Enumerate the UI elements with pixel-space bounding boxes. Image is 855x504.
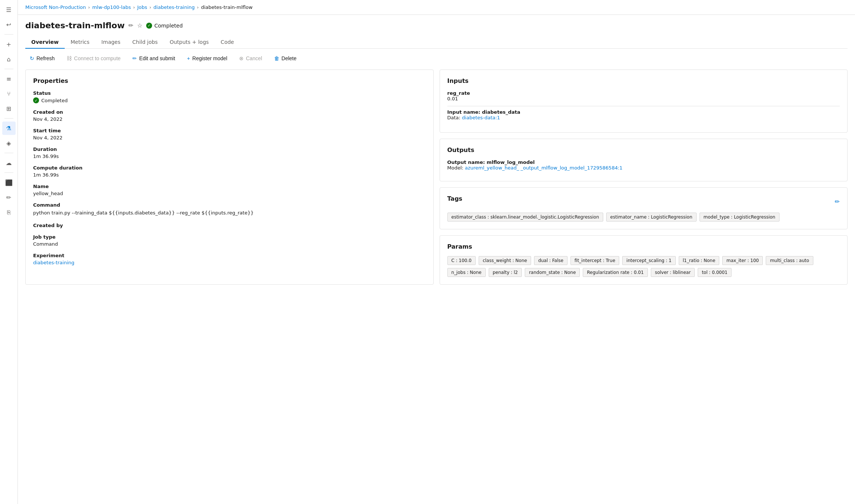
outputs-title: Outputs	[447, 146, 840, 154]
register-icon: +	[187, 55, 190, 61]
input-reg-rate-label: reg_rate	[447, 90, 840, 96]
breadcrumb-sep-1: ›	[88, 5, 90, 10]
experiment-icon[interactable]: ⚗	[2, 122, 16, 135]
prop-start-time: Start time Nov 4, 2022	[33, 128, 426, 140]
toolbar: ↻ Refresh ⛓ Connect to compute ✏ Edit an…	[25, 53, 848, 64]
prop-status-icon: ✓	[33, 97, 39, 103]
jobs-icon[interactable]: ≡	[2, 72, 16, 85]
sidebar: ☰ ↩ + ⌂ ≡ ⑂ ⊞ ⚗ ◈ ☁ ⬛ ✏ ⎘	[0, 0, 18, 504]
delete-icon: 🗑	[274, 55, 279, 61]
prop-created-value: Nov 4, 2022	[33, 116, 426, 122]
input-data-row: Data: diabetes-data:1	[447, 115, 840, 120]
param-chip-2: dual : False	[534, 256, 568, 265]
edit-submit-icon: ✏	[132, 55, 137, 61]
breadcrumb: Microsoft Non-Production › mlw-dp100-lab…	[25, 4, 253, 10]
content-grid: Properties Status ✓ Completed Created on…	[25, 70, 848, 285]
main-content: Microsoft Non-Production › mlw-dp100-lab…	[18, 0, 855, 504]
prop-status-value: ✓ Completed	[33, 97, 426, 103]
tag-chip-2: model_type : LogisticRegression	[700, 213, 780, 222]
refresh-button[interactable]: ↻ Refresh	[25, 53, 59, 64]
register-model-button[interactable]: + Register model	[183, 53, 232, 64]
output-icon[interactable]: ⎘	[2, 206, 16, 219]
output-model-row: Model: azureml_yellow_head_ _output_mlfl…	[447, 165, 840, 171]
properties-title: Properties	[33, 77, 426, 84]
back-icon[interactable]: ↩	[2, 18, 16, 31]
prop-duration-value: 1m 36.99s	[33, 154, 426, 159]
prop-created-by-label: Created by	[33, 223, 426, 228]
tag-chips: estimator_class : sklearn.linear_model._…	[447, 213, 840, 222]
delete-label: Delete	[282, 55, 296, 61]
properties-card: Properties Status ✓ Completed Created on…	[25, 70, 434, 285]
tag-chip-1: estimator_name : LogisticRegression	[606, 213, 697, 222]
create-icon[interactable]: +	[2, 38, 16, 51]
prop-name-value: yellow_head	[33, 191, 426, 196]
prop-status: Status ✓ Completed	[33, 90, 426, 103]
param-chip-9: penalty : l2	[489, 268, 522, 277]
deploy-icon[interactable]: ◈	[2, 136, 16, 150]
output-model-link2[interactable]: _output_mlflow_log_model_1729586584:1	[521, 165, 623, 171]
prop-experiment-value[interactable]: diabetes-training	[33, 260, 426, 265]
param-chip-13: tol : 0.0001	[698, 268, 732, 277]
input-diabetes-data: Input name: diabetes_data Data: diabetes…	[447, 109, 840, 120]
output-mlflow: Output name: mlflow_log_model Model: azu…	[447, 159, 840, 171]
prop-start-value: Nov 4, 2022	[33, 135, 426, 140]
param-chip-10: random_state : None	[525, 268, 580, 277]
tab-child-jobs[interactable]: Child jobs	[126, 36, 164, 49]
prop-start-label: Start time	[33, 128, 426, 133]
tab-overview[interactable]: Overview	[25, 36, 65, 49]
prop-experiment: Experiment diabetes-training	[33, 253, 426, 265]
pipeline-icon[interactable]: ⑂	[2, 87, 16, 100]
inputs-title: Inputs	[447, 77, 840, 84]
cancel-button[interactable]: ⊗ Cancel	[235, 53, 267, 64]
input-data-label: Data:	[447, 115, 460, 120]
edit-submit-button[interactable]: ✏ Edit and submit	[128, 53, 180, 64]
status-label: Completed	[154, 23, 183, 29]
favorite-star-icon[interactable]: ☆	[137, 22, 142, 29]
status-completed-icon: ✓	[146, 23, 152, 29]
input-reg-rate: reg_rate 0.01	[447, 90, 840, 101]
breadcrumb-sep-2: ›	[133, 5, 135, 10]
page-title: diabetes-train-mlflow	[25, 21, 125, 30]
edit-pencil-icon[interactable]: ✏	[128, 22, 133, 29]
prop-job-type-label: Job type	[33, 234, 426, 240]
home-icon[interactable]: ⌂	[2, 52, 16, 66]
param-chip-6: max_iter : 100	[722, 256, 763, 265]
params-chips: C : 100.0 class_weight : None dual : Fal…	[447, 256, 840, 277]
prop-created-by: Created by	[33, 223, 426, 228]
page-content: diabetes-train-mlflow ✏ ☆ ✓ Completed Ov…	[18, 15, 855, 504]
cluster-icon[interactable]: ⊞	[2, 102, 16, 115]
edit2-icon[interactable]: ✏	[2, 191, 16, 204]
monitor-icon[interactable]: ⬛	[2, 176, 16, 189]
prop-command-label: Command	[33, 202, 426, 208]
topbar: Microsoft Non-Production › mlw-dp100-lab…	[18, 0, 855, 15]
input-data-link[interactable]: diabetes-data:1	[462, 115, 500, 120]
register-label: Register model	[192, 55, 227, 61]
prop-experiment-label: Experiment	[33, 253, 426, 258]
output-model-link1[interactable]: azureml_yellow_head_	[465, 165, 519, 171]
breadcrumb-experiment[interactable]: diabetes-training	[154, 4, 195, 10]
params-title: Params	[447, 243, 840, 250]
connect-icon: ⛓	[67, 55, 72, 61]
param-chip-5: l1_ratio : None	[679, 256, 720, 265]
prop-job-type-value: Command	[33, 241, 426, 247]
tab-outputs-logs[interactable]: Outputs + logs	[164, 36, 215, 49]
cloud-icon[interactable]: ☁	[2, 156, 16, 169]
prop-compute-duration-value: 1m 36.99s	[33, 172, 426, 178]
breadcrumb-jobs[interactable]: Jobs	[137, 4, 147, 10]
output-name-label: Output name: mlflow_log_model	[447, 159, 840, 165]
breadcrumb-workspace[interactable]: mlw-dp100-labs	[92, 4, 131, 10]
tab-code[interactable]: Code	[215, 36, 240, 49]
prop-created-on: Created on Nov 4, 2022	[33, 109, 426, 122]
prop-duration-label: Duration	[33, 146, 426, 152]
outputs-card: Outputs Output name: mlflow_log_model Mo…	[440, 139, 848, 181]
tags-edit-icon[interactable]: ✏	[835, 198, 840, 205]
tag-chip-0: estimator_class : sklearn.linear_model._…	[447, 213, 603, 222]
tab-images[interactable]: Images	[96, 36, 126, 49]
delete-button[interactable]: 🗑 Delete	[270, 53, 301, 64]
connect-compute-button[interactable]: ⛓ Connect to compute	[62, 53, 125, 64]
tab-metrics[interactable]: Metrics	[65, 36, 96, 49]
connect-label: Connect to compute	[74, 55, 120, 61]
menu-icon[interactable]: ☰	[2, 3, 16, 16]
param-chip-11: Regularization rate : 0.01	[583, 268, 648, 277]
breadcrumb-microsoft[interactable]: Microsoft Non-Production	[25, 4, 86, 10]
